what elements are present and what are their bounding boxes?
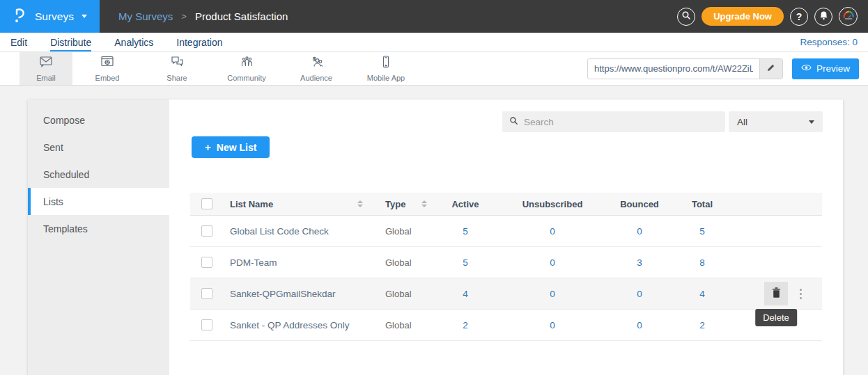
email-sidebar: Compose Sent Scheduled Lists Templates [28, 99, 169, 375]
list-name-link[interactable]: Sanket - QP Addresses Only [230, 320, 350, 330]
sort-list-name-icon[interactable] [357, 200, 363, 207]
active-count-link[interactable]: 4 [434, 289, 497, 299]
bounced-count-link[interactable]: 3 [608, 257, 671, 268]
sidebar-item-compose[interactable]: Compose [28, 106, 169, 134]
preview-label: Preview [816, 63, 850, 74]
header-type: Type [385, 199, 405, 209]
email-distribution-page: Compose Sent Scheduled Lists Templates [0, 86, 868, 375]
filter-value: All [737, 117, 747, 127]
questionpro-logo-icon [12, 6, 29, 27]
channel-share[interactable]: Share [142, 52, 212, 85]
edit-url-button[interactable] [759, 59, 782, 79]
mobile-app-icon [378, 55, 394, 72]
delete-list-button[interactable]: Delete [764, 282, 788, 305]
product-switcher[interactable]: Surveys [0, 0, 100, 33]
sidebar-item-scheduled[interactable]: Scheduled [28, 161, 169, 188]
sort-type-icon[interactable] [421, 200, 427, 207]
select-all-checkbox[interactable] [201, 198, 212, 209]
distribute-toolbar: Email Embed Shar [0, 52, 868, 86]
table-row: Sanket - QP Addresses Only Global 2 0 0 … [190, 310, 822, 341]
lists-panel: All + New List List Name Type [169, 99, 843, 375]
total-count-link[interactable]: 4 [671, 289, 734, 299]
channel-embed-label: Embed [95, 74, 120, 82]
new-list-label: New List [217, 142, 257, 153]
active-count-link[interactable]: 2 [434, 320, 497, 330]
search-button[interactable] [677, 8, 695, 26]
trash-icon [771, 287, 782, 301]
delete-tooltip: Delete [755, 309, 797, 326]
channel-mobile-app[interactable]: Mobile App [351, 52, 421, 85]
table-row-hovered: Sanket-QPGmailShekdar Global 4 0 0 4 [190, 278, 822, 310]
filter-row: All [502, 111, 823, 132]
tab-integration[interactable]: Integration [176, 33, 222, 51]
row-menu-button[interactable] [797, 286, 805, 302]
toolbar-right: Preview [587, 52, 868, 85]
channel-share-label: Share [166, 74, 187, 82]
tab-analytics[interactable]: Analytics [114, 33, 153, 51]
header-unsubscribed: Unsubscribed [497, 199, 608, 209]
tab-edit[interactable]: Edit [10, 33, 27, 51]
search-icon [509, 115, 518, 128]
channel-community-label: Community [227, 74, 266, 82]
list-search-box [502, 111, 725, 132]
total-count-link[interactable]: 2 [671, 320, 734, 330]
row-checkbox[interactable] [201, 257, 212, 268]
channel-audience-label: Audience [300, 74, 332, 82]
bounced-count-link[interactable]: 0 [608, 226, 671, 237]
list-search-input[interactable] [524, 117, 718, 127]
total-count-link[interactable]: 8 [671, 257, 734, 268]
bounced-count-link[interactable]: 0 [608, 320, 671, 330]
share-icon [169, 55, 185, 72]
list-name-link[interactable]: Global List Code Check [230, 226, 329, 237]
help-button[interactable]: ? [790, 8, 808, 26]
row-checkbox[interactable] [201, 319, 212, 330]
row-checkbox[interactable] [201, 288, 212, 299]
account-avatar[interactable] [839, 7, 858, 26]
preview-button[interactable]: Preview [792, 58, 859, 79]
list-name-link[interactable]: PDM-Team [230, 257, 277, 268]
channel-embed[interactable]: Embed [72, 52, 142, 85]
unsubscribed-count-link[interactable]: 0 [497, 289, 608, 299]
channel-audience[interactable]: $ Audience [281, 52, 351, 85]
top-bar: Surveys My Surveys > Product Satisfactio… [0, 0, 868, 33]
total-count-link[interactable]: 5 [671, 226, 734, 237]
list-type: Global [385, 257, 412, 268]
header-bounced: Bounced [608, 199, 671, 209]
list-type: Global [385, 226, 412, 237]
survey-url-input[interactable] [588, 59, 759, 79]
unsubscribed-count-link[interactable]: 0 [497, 320, 608, 330]
unsubscribed-count-link[interactable]: 0 [497, 257, 608, 268]
header-total: Total [671, 199, 734, 209]
channel-email[interactable]: Email [20, 52, 72, 85]
audience-icon: $ [309, 55, 324, 72]
table-header-row: List Name Type Active Unsubscribed Bounc… [190, 193, 822, 216]
channel-community[interactable]: Community [212, 52, 281, 85]
breadcrumb: My Surveys > Product Satisfaction [118, 0, 288, 33]
email-icon [38, 55, 54, 72]
responses-count[interactable]: Responses: 0 [800, 37, 858, 47]
upgrade-now-button[interactable]: Upgrade Now [702, 7, 784, 26]
breadcrumb-separator: > [181, 11, 187, 22]
active-count-link[interactable]: 5 [434, 257, 497, 268]
sidebar-item-sent[interactable]: Sent [28, 134, 169, 161]
list-name-link[interactable]: Sanket-QPGmailShekdar [230, 289, 336, 299]
survey-title: Product Satisfaction [195, 10, 288, 22]
survey-nav-tabs: Edit Distribute Analytics Integration [10, 33, 222, 51]
bounced-count-link[interactable]: 0 [608, 289, 671, 299]
table-row: PDM-Team Global 5 0 3 8 [190, 247, 822, 278]
active-count-link[interactable]: 5 [434, 226, 497, 237]
sidebar-item-templates[interactable]: Templates [28, 215, 169, 242]
unsubscribed-count-link[interactable]: 0 [497, 226, 608, 237]
list-filter-dropdown[interactable]: All [729, 111, 823, 132]
list-type: Global [385, 289, 412, 299]
breadcrumb-my-surveys[interactable]: My Surveys [118, 10, 173, 22]
community-icon [239, 55, 254, 72]
header-active: Active [434, 199, 497, 209]
sidebar-item-lists[interactable]: Lists [28, 188, 169, 215]
row-checkbox[interactable] [201, 225, 212, 237]
header-list-name: List Name [230, 199, 273, 209]
tab-distribute[interactable]: Distribute [50, 33, 91, 51]
new-list-button[interactable]: + New List [192, 136, 270, 158]
notifications-button[interactable] [814, 8, 832, 26]
plus-icon: + [205, 141, 211, 153]
